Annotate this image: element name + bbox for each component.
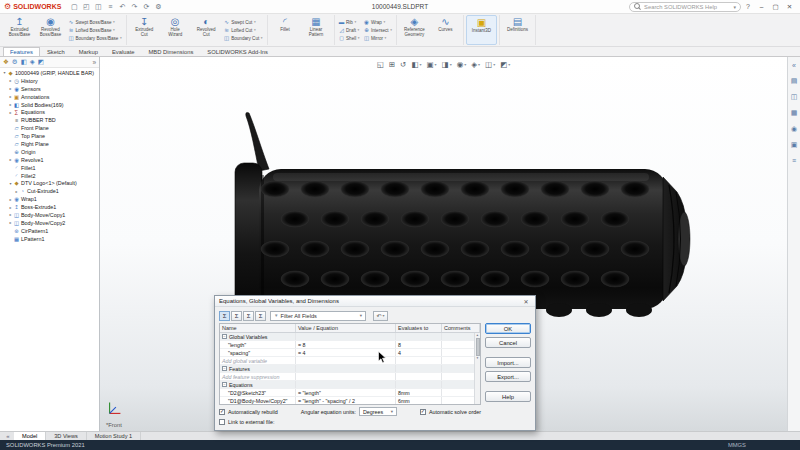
- equation-view-toggle[interactable]: Σ: [219, 311, 230, 321]
- equation-row[interactable]: "length"= 88: [220, 341, 480, 349]
- wrap-button[interactable]: ◉Wrap▾: [364, 19, 392, 26]
- swept-boss-base-button[interactable]: ∿Swept Boss/Base▾: [68, 19, 122, 26]
- configurationmanager-tab-icon[interactable]: ◧: [21, 58, 27, 66]
- mirror-button[interactable]: ◫Mirror▾: [364, 35, 392, 42]
- tree-item-right-plane[interactable]: ▱Right Plane: [0, 140, 99, 148]
- equation-section-row[interactable]: −Features: [220, 365, 480, 373]
- column-evaluates-to[interactable]: Evaluates to: [396, 324, 442, 332]
- tree-item-origin[interactable]: ⊕Origin: [0, 148, 99, 156]
- tree-item-rubber-tbd[interactable]: ≡RUBBER TBD: [0, 116, 99, 124]
- scroll-down-icon[interactable]: ▾: [477, 356, 479, 360]
- tab-motion-study-1[interactable]: Motion Study 1: [87, 432, 141, 440]
- tree-item-cut-extrude1[interactable]: ▸◔Cut-Extrude1: [0, 187, 99, 195]
- tree-item-fillet2[interactable]: ◜Fillet2: [0, 172, 99, 180]
- instant3d-button[interactable]: ▣Instant3D: [466, 15, 497, 45]
- displaymanager-tab-icon[interactable]: ◩: [38, 58, 44, 66]
- swept-cut-button[interactable]: ∿Swept Cut▾: [224, 19, 263, 26]
- close-button[interactable]: ✕: [783, 3, 796, 11]
- tab-sketch[interactable]: Sketch: [40, 47, 72, 57]
- hide-show-items-icon[interactable]: ◉▾: [457, 60, 467, 69]
- tree-item-sensors[interactable]: ▸◉Sensors: [0, 85, 99, 93]
- help-button[interactable]: Help: [485, 391, 531, 402]
- tab-model[interactable]: Model: [14, 432, 46, 440]
- edit-appearance-icon[interactable]: ◈▾: [471, 60, 480, 69]
- reference-geometry-button[interactable]: ◈Reference Geometry: [399, 15, 430, 45]
- ordered-view-toggle[interactable]: Σ: [255, 311, 266, 321]
- print-icon[interactable]: ≡: [105, 3, 115, 10]
- zoom-fit-icon[interactable]: ◱: [377, 60, 384, 69]
- tree-item-revolve1[interactable]: ▸◉Revolve1: [0, 156, 99, 164]
- undo-icon[interactable]: ↶: [117, 3, 127, 11]
- equation-section-row[interactable]: −Equations: [220, 381, 480, 389]
- tab-solidworks-add-ins[interactable]: SOLIDWORKS Add-Ins: [200, 47, 275, 57]
- column-value-equation[interactable]: Value / Equation: [296, 324, 396, 332]
- automatically-rebuild-checkbox[interactable]: ✓: [219, 409, 225, 415]
- tree-item-10000449-grip-handle-bar[interactable]: ▾◆10000449 (GRIP, HANDLE BAR): [0, 69, 99, 77]
- lofted-boss-base-button[interactable]: ≋Lofted Boss/Base▾: [68, 27, 122, 34]
- tree-item-boss-extrude1[interactable]: ▸↥Boss-Extrude1: [0, 203, 99, 211]
- tab-mbd-dimensions[interactable]: MBD Dimensions: [142, 47, 201, 57]
- fillet-button[interactable]: ◜Fillet: [270, 15, 301, 45]
- collapse-box-icon[interactable]: −: [222, 334, 227, 339]
- definitions-button[interactable]: ▤Definitions: [502, 15, 533, 45]
- collapse-box-icon[interactable]: −: [222, 366, 227, 371]
- handle-grip-model[interactable]: [195, 107, 695, 317]
- tree-item-annotations[interactable]: ▸▣Annotations: [0, 93, 99, 101]
- scroll-up-icon[interactable]: ▴: [477, 333, 479, 337]
- shell-button[interactable]: ◻Shell▾: [339, 35, 360, 42]
- design-library-icon[interactable]: ▤: [791, 77, 798, 85]
- section-view-icon[interactable]: ◧▾: [411, 60, 421, 69]
- help-icon[interactable]: ?: [746, 3, 750, 10]
- maximize-button[interactable]: ▢: [769, 3, 782, 11]
- tab-markup[interactable]: Markup: [72, 47, 105, 57]
- column-comments[interactable]: Comments: [442, 324, 480, 332]
- equation-row[interactable]: "spacing"= 44: [220, 349, 480, 357]
- column-name[interactable]: Name: [220, 324, 296, 332]
- tree-item-history[interactable]: ▸◷History: [0, 77, 99, 85]
- redo-icon[interactable]: ↷: [129, 3, 139, 11]
- extruded-boss-base-button[interactable]: ↥Extruded Boss/Base: [4, 15, 35, 45]
- collapse-box-icon[interactable]: −: [222, 382, 227, 387]
- linear-pattern-button[interactable]: ▦Linear Pattern: [301, 15, 332, 45]
- status-units[interactable]: MMGS: [728, 442, 746, 448]
- tree-item-top-plane[interactable]: ▱Top Plane: [0, 132, 99, 140]
- panel-expand-icon[interactable]: »: [92, 59, 96, 66]
- zoom-area-icon[interactable]: ⊞: [389, 60, 395, 69]
- rib-button[interactable]: ▬Rib▾: [339, 19, 360, 26]
- revolved-boss-base-button[interactable]: ◉Revolved Boss/Base: [35, 15, 66, 45]
- import-button[interactable]: Import...: [485, 357, 531, 368]
- chevron-down-icon[interactable]: ▾: [734, 4, 737, 10]
- tree-item-dtv-logo-1-default[interactable]: ▾◆DTV Logo<1> (Default): [0, 179, 99, 187]
- minimize-button[interactable]: –: [755, 3, 768, 11]
- open-file-icon[interactable]: ◰: [81, 3, 91, 11]
- filter-dropdown[interactable]: ▼ Filter All Fields ▾: [270, 311, 366, 321]
- previous-view-icon[interactable]: ↺: [400, 60, 406, 69]
- draft-button[interactable]: ◿Draft▾: [339, 27, 360, 34]
- view-palette-icon[interactable]: ▦: [791, 109, 798, 117]
- scrollbar-thumb[interactable]: [476, 338, 480, 356]
- dialog-titlebar[interactable]: Equations, Global Variables, and Dimensi…: [215, 296, 535, 307]
- display-style-icon[interactable]: ◨▾: [442, 60, 452, 69]
- tree-item-body-move-copy1[interactable]: ▸◫Body-Move/Copy1: [0, 211, 99, 219]
- options-icon[interactable]: ⚙: [153, 3, 163, 11]
- undo-button[interactable]: ↶ ▾: [373, 311, 388, 321]
- tab-3d-views[interactable]: 3D Views: [46, 432, 87, 440]
- search-box[interactable]: Search SOLIDWORKS Help ▾: [629, 2, 741, 12]
- ok-button[interactable]: OK: [485, 323, 531, 334]
- propertymanager-tab-icon[interactable]: ⚙: [12, 58, 18, 66]
- tree-item-body-move-copy2[interactable]: ▸◫Body-Move/Copy2: [0, 219, 99, 227]
- tree-item-wrap1[interactable]: ▸◉Wrap1: [0, 195, 99, 203]
- tree-item-solid-bodies-169[interactable]: ▸◧Solid Bodies(169): [0, 101, 99, 109]
- close-icon[interactable]: ✕: [521, 298, 531, 305]
- lofted-cut-button[interactable]: ≋Lofted Cut▾: [224, 27, 263, 34]
- cancel-button[interactable]: Cancel: [485, 337, 531, 348]
- angular-units-select[interactable]: Degrees ▾: [359, 407, 397, 416]
- grip-flange[interactable]: [235, 163, 262, 313]
- table-scrollbar[interactable]: ▴ ▾: [474, 333, 480, 404]
- curves-button[interactable]: ∿Curves: [430, 15, 461, 45]
- equation-section-row[interactable]: −Global Variables: [220, 333, 480, 341]
- equation-row[interactable]: Add feature suppression: [220, 373, 480, 381]
- extruded-cut-button[interactable]: ↧Extruded Cut: [129, 15, 160, 45]
- tab-nav-icon[interactable]: «: [2, 432, 14, 440]
- boundary-boss-base-button[interactable]: ◫Boundary Boss/Base▾: [68, 35, 122, 42]
